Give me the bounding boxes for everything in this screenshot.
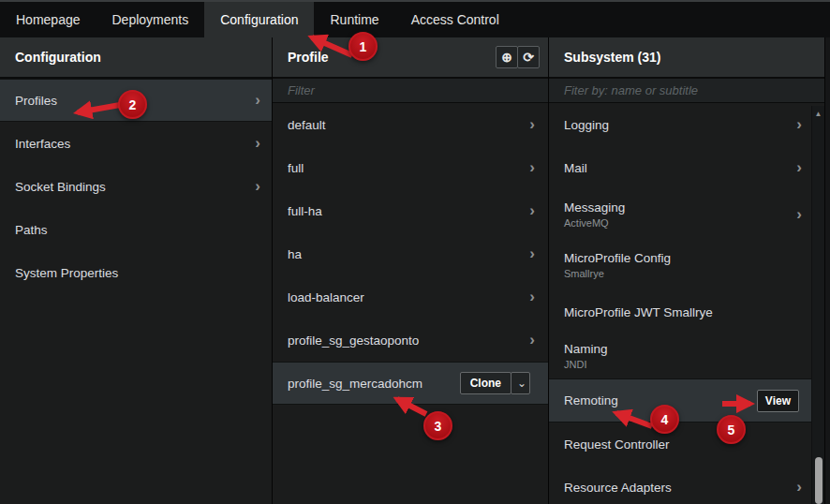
config-item-label: System Properties <box>15 266 257 280</box>
subsystem-item-microprofile-config[interactable]: MicroProfile Config Smallrye <box>549 240 824 290</box>
subsystem-filter-input[interactable] <box>564 83 809 97</box>
profile-item-profile_sg_mercadohcm[interactable]: profile_sg_mercadohcm Clone ⌄ <box>273 362 548 405</box>
refresh-button[interactable]: ⟳ <box>517 46 540 68</box>
chevron-right-icon: › <box>529 159 535 175</box>
tab-runtime[interactable]: Runtime <box>314 2 394 37</box>
config-item-socket-bindings[interactable]: Socket Bindings › <box>0 165 272 208</box>
configuration-column-header: Configuration <box>0 37 272 79</box>
subsystem-column-header: Subsystem (31) <box>549 37 824 79</box>
subsystem-item-label: Logging <box>564 118 809 132</box>
chevron-right-icon: › <box>796 206 802 222</box>
subsystem-item-naming[interactable]: Naming JNDI <box>549 334 824 378</box>
top-nav: Homepage Deployments Configuration Runti… <box>0 0 830 37</box>
profile-item-label: profile_sg_gestaoponto <box>288 334 533 348</box>
subsystem-item-label: MicroProfile Config <box>564 251 809 265</box>
subsystem-item-label: MicroProfile JWT Smallrye <box>564 305 809 319</box>
profile-item-full-ha[interactable]: full-ha › <box>273 189 548 232</box>
chevron-right-icon: › <box>529 289 535 304</box>
scrollbar-thumb[interactable] <box>815 457 823 504</box>
add-profile-button[interactable]: ⊕ <box>496 46 518 68</box>
refresh-icon: ⟳ <box>523 51 534 64</box>
chevron-right-icon: › <box>796 116 802 132</box>
view-button[interactable]: View <box>757 390 799 412</box>
profile-item-load-balancer[interactable]: load-balancer › <box>273 275 548 319</box>
profile-item-label: load-balancer <box>288 290 533 304</box>
config-item-label: Profiles <box>15 94 257 108</box>
config-item-system-properties[interactable]: System Properties <box>0 251 272 294</box>
subsystem-item-label: Mail <box>564 161 809 175</box>
subsystem-item-label: Naming <box>564 342 809 356</box>
configuration-column-title: Configuration <box>15 50 101 65</box>
profile-item-ha[interactable]: ha › <box>273 232 548 275</box>
clone-dropdown-button[interactable]: ⌄ <box>511 372 530 394</box>
chevron-right-icon: › <box>529 116 535 132</box>
chevron-right-icon: › <box>529 202 535 218</box>
profile-item-profile_sg_gestaoponto[interactable]: profile_sg_gestaoponto › <box>273 319 548 362</box>
config-item-label: Interfaces <box>15 137 257 151</box>
chevron-right-icon: › <box>529 332 535 348</box>
tab-deployments[interactable]: Deployments <box>96 2 205 37</box>
subsystem-item-subtitle: Smallrye <box>564 268 809 279</box>
config-item-profiles[interactable]: Profiles › <box>0 79 272 122</box>
tab-configuration[interactable]: Configuration <box>204 2 314 37</box>
config-item-paths[interactable]: Paths <box>0 208 272 251</box>
subsystem-item-subtitle: ActiveMQ <box>564 217 809 229</box>
profile-item-label: full-ha <box>288 204 533 218</box>
clone-button[interactable]: Clone <box>460 372 511 394</box>
subsystem-item-logging[interactable]: Logging › <box>549 103 824 146</box>
subsystem-column: Subsystem (31) Logging › Mail › Messagin… <box>549 37 825 504</box>
subsystem-item-resource-adapters[interactable]: Resource Adapters › <box>549 466 824 504</box>
subsystem-item-label: Resource Adapters <box>564 481 809 495</box>
profile-item-full[interactable]: full › <box>273 146 548 189</box>
chevron-right-icon: › <box>255 92 260 108</box>
configuration-column: Configuration Profiles › Interfaces › So… <box>0 37 273 504</box>
caret-down-icon: ⌄ <box>517 377 526 390</box>
chevron-right-icon: › <box>529 245 535 261</box>
chevron-right-icon: › <box>255 135 260 151</box>
profile-column: Profile ⊕ ⟳ default › full › full-ha › h… <box>273 37 549 504</box>
subsystem-column-title: Subsystem (31) <box>564 50 660 65</box>
subsystem-item-microprofile-jwt[interactable]: MicroProfile JWT Smallrye <box>549 290 824 334</box>
subsystem-scrollbar[interactable]: ▲ <box>811 106 824 504</box>
profile-item-label: default <box>288 118 533 132</box>
tab-access-control[interactable]: Access Control <box>395 2 515 37</box>
profile-item-default[interactable]: default › <box>273 103 548 146</box>
subsystem-item-request-controller[interactable]: Request Controller <box>549 422 824 466</box>
config-item-label: Paths <box>15 223 257 237</box>
chevron-right-icon: › <box>796 479 802 495</box>
chevron-right-icon: › <box>796 159 802 175</box>
profile-item-label: ha <box>288 247 533 261</box>
profile-filter-row <box>273 79 548 103</box>
tab-homepage[interactable]: Homepage <box>0 2 96 37</box>
subsystem-item-label: Request Controller <box>564 437 809 452</box>
config-item-label: Socket Bindings <box>15 180 257 194</box>
scroll-up-icon[interactable]: ▲ <box>812 111 824 118</box>
profile-item-label: full <box>288 161 533 175</box>
subsystem-item-label: Messaging <box>564 200 809 215</box>
plus-circle-icon: ⊕ <box>501 51 512 64</box>
subsystem-item-mail[interactable]: Mail › <box>549 146 824 189</box>
profile-column-title: Profile <box>288 50 329 65</box>
clone-split-button: Clone ⌄ <box>460 372 530 394</box>
chevron-right-icon: › <box>255 178 260 194</box>
profile-header-toolbar: ⊕ ⟳ <box>496 46 540 68</box>
subsystem-item-messaging[interactable]: Messaging ActiveMQ › <box>549 189 824 240</box>
profile-filter-input[interactable] <box>288 83 533 97</box>
subsystem-filter-row <box>549 79 824 103</box>
profile-column-header: Profile ⊕ ⟳ <box>273 37 548 79</box>
config-item-interfaces[interactable]: Interfaces › <box>0 122 272 165</box>
subsystem-item-subtitle: JNDI <box>564 359 809 370</box>
subsystem-item-remoting[interactable]: Remoting View <box>549 378 824 422</box>
